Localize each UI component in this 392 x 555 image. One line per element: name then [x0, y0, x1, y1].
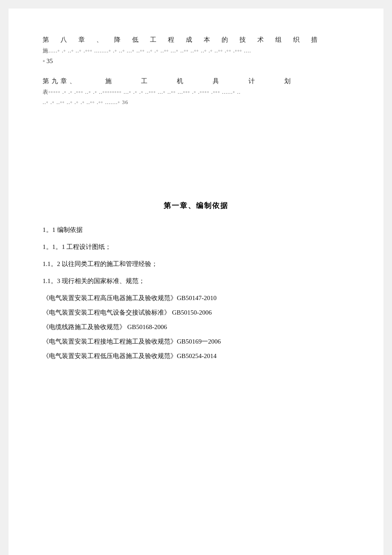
- standard-std2: 《电气装置安装工程电气设备交接试验标准》 GB50150-2006: [43, 306, 349, 319]
- toc-dots-ch8: 施.....◦ .◦ ..◦ ..◦ .◦◦◦ ........◦ .◦ ..◦…: [43, 46, 349, 55]
- spacer-large: [43, 116, 349, 201]
- body-item-s3: 1.1。2 以往同类工程的施工和管理经验；: [43, 257, 349, 270]
- body-section: 1。1 编制依据 1。1。1 工程设计图纸； 1.1。2 以往同类工程的施工和管…: [43, 223, 349, 362]
- chapter-one-heading: 第一章、编制依据: [43, 201, 349, 211]
- toc-dots-ch9: 表◦◦◦◦◦ .◦ .◦ .◦◦◦ ..◦ .◦ ..◦◦◦◦◦◦◦◦ ...◦…: [43, 87, 349, 97]
- body-item-s2: 1。1。1 工程设计图纸；: [43, 240, 349, 253]
- standard-std1: 《电气装置安装工程高压电器施工及验收规范》GB50147-2010: [43, 292, 349, 304]
- standard-std5: 《电气装置安装工程低压电器施工及验收规范》GB50254-2014: [43, 350, 349, 362]
- body-item-s4: 1.1。3 现行相关的国家标准、规范；: [43, 275, 349, 287]
- toc-dots-ch9-2: ..◦ .◦ ..◦◦ ..◦ .◦ .◦ ..◦◦ .◦◦ .......◦ …: [43, 97, 349, 107]
- toc-title-ch9: 第九章、 施 工 机 具 计 划: [43, 75, 349, 87]
- toc-entry-ch9: 第九章、 施 工 机 具 计 划 表◦◦◦◦◦ .◦ .◦ .◦◦◦ ..◦ .…: [43, 75, 349, 107]
- toc-title-ch8: 第 八 章 、 降 低 工 程 成 本 的 技 术 组 织 措: [43, 34, 349, 46]
- toc-entry-ch8: 第 八 章 、 降 低 工 程 成 本 的 技 术 组 织 措 施.....◦ …: [43, 34, 349, 67]
- body-item-s1: 1。1 编制依据: [43, 223, 349, 236]
- standard-std3: 《电缆线路施工及验收规范》 GB50168-2006: [43, 321, 349, 333]
- standard-std4: 《电气装置安装工程接地工程施工及验收规范》GB50169一2006: [43, 335, 349, 348]
- document-page: 第 八 章 、 降 低 工 程 成 本 的 技 术 组 织 措 施.....◦ …: [9, 9, 383, 555]
- toc-page-ch8: ◦ 35: [43, 55, 349, 67]
